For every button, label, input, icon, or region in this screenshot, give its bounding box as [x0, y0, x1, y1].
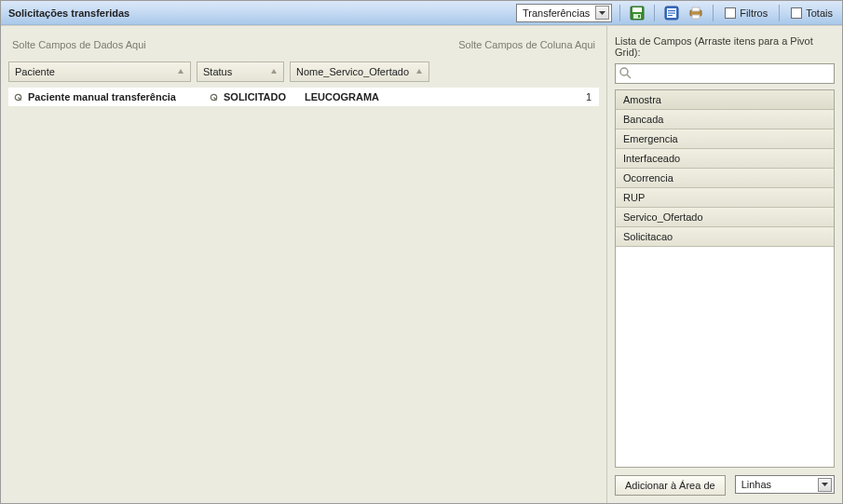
- column-drop-area[interactable]: Solte Campos de Coluna Aqui: [455, 34, 599, 58]
- field-search-wrap: [615, 63, 835, 84]
- svg-rect-11: [692, 15, 700, 19]
- toolbar-separator: [619, 5, 620, 21]
- view-dropdown[interactable]: Transferências: [516, 4, 612, 22]
- sort-asc-icon: [270, 68, 278, 75]
- field-item-bancada[interactable]: Bancada: [616, 110, 834, 129]
- expand-icon[interactable]: [210, 93, 218, 102]
- svg-line-18: [627, 75, 631, 78]
- filtros-label: Filtros: [740, 7, 768, 19]
- field-item-solicitacao[interactable]: Solicitacao: [616, 227, 834, 247]
- field-list-panel: Lista de Campos (Arraste itens para a Pi…: [607, 26, 842, 503]
- field-chip-label: Nome_Servico_Ofertado: [296, 66, 409, 77]
- cell-count: 1: [580, 88, 599, 106]
- save-icon[interactable]: [628, 4, 646, 22]
- toolbar-separator: [779, 5, 780, 21]
- pivot-data-row[interactable]: Paciente manual transferência SOLICITADO…: [8, 88, 599, 106]
- svg-rect-3: [638, 15, 640, 18]
- svg-rect-1: [632, 7, 642, 12]
- field-item-servico-ofertado[interactable]: Servico_Ofertado: [616, 208, 834, 227]
- filtros-toggle[interactable]: Filtros: [721, 7, 771, 19]
- chevron-down-icon: [818, 478, 832, 492]
- svg-rect-8: [668, 15, 673, 16]
- sort-asc-icon: [177, 68, 184, 75]
- toolbar-separator: [713, 5, 714, 21]
- totais-toggle[interactable]: Totais: [787, 7, 836, 19]
- field-item-interfaceado[interactable]: Interfaceado: [616, 149, 834, 169]
- cell-status-value: SOLICITADO: [224, 91, 286, 102]
- field-item-amostra[interactable]: Amostra: [616, 90, 834, 110]
- field-chip-paciente[interactable]: Paciente: [8, 61, 191, 82]
- checkbox-icon: [791, 7, 802, 19]
- cell-status: SOLICITADO: [204, 88, 297, 106]
- print-icon[interactable]: [687, 4, 705, 22]
- pivot-area: Solte Campos de Dados Aqui Solte Campos …: [1, 26, 607, 503]
- add-to-area-button[interactable]: Adicionar à Área de: [615, 475, 726, 496]
- toolbar-separator: [654, 5, 655, 21]
- chevron-down-icon: [595, 6, 609, 20]
- field-chip-label: Paciente: [15, 66, 55, 77]
- app-window: Solicitações transferidas Transferências: [0, 0, 843, 504]
- field-chip-label: Status: [203, 66, 232, 77]
- field-chip-servico[interactable]: Nome_Servico_Ofertado: [290, 61, 429, 82]
- search-icon: [619, 66, 632, 79]
- cell-paciente: Paciente manual transferência: [8, 88, 202, 106]
- field-item-ocorrencia[interactable]: Ocorrencia: [616, 169, 834, 188]
- field-item-emergencia[interactable]: Emergencia: [616, 129, 834, 149]
- area-select[interactable]: Linhas: [735, 475, 835, 494]
- cell-paciente-value: Paciente manual transferência: [28, 91, 176, 102]
- field-chip-status[interactable]: Status: [197, 61, 284, 82]
- field-search-input[interactable]: [615, 63, 835, 84]
- sort-asc-icon: [415, 68, 423, 75]
- svg-point-17: [620, 68, 628, 75]
- svg-rect-10: [692, 7, 700, 11]
- titlebar: Solicitações transferidas Transferências: [1, 1, 842, 25]
- view-dropdown-value: Transferências: [523, 7, 590, 19]
- field-item-rup[interactable]: RUP: [616, 188, 834, 208]
- svg-point-12: [699, 11, 700, 13]
- totais-label: Totais: [806, 7, 833, 19]
- window-title: Solicitações transferidas: [7, 7, 129, 19]
- report-icon[interactable]: [662, 4, 681, 22]
- row-fields-bar: Paciente Status Nome_Servico_Ofertado: [8, 61, 599, 82]
- body: Solte Campos de Dados Aqui Solte Campos …: [1, 25, 842, 503]
- data-drop-area[interactable]: Solte Campos de Dados Aqui: [8, 34, 150, 58]
- pivot-empty-area: [8, 106, 599, 496]
- checkbox-icon: [725, 7, 736, 19]
- svg-rect-7: [668, 12, 675, 13]
- area-select-value: Linhas: [741, 479, 771, 490]
- field-list: Amostra Bancada Emergencia Interfaceado …: [615, 89, 835, 468]
- svg-rect-6: [668, 10, 675, 11]
- field-list-footer: Adicionar à Área de Linhas: [615, 468, 835, 496]
- expand-icon[interactable]: [14, 93, 22, 102]
- drop-hints-row: Solte Campos de Dados Aqui Solte Campos …: [8, 34, 599, 58]
- add-to-area-label: Adicionar à Área de: [625, 480, 715, 491]
- field-list-header: Lista de Campos (Arraste itens para a Pi…: [615, 32, 835, 63]
- cell-servico: LEUCOGRAMA: [299, 88, 439, 106]
- cell-servico-value: LEUCOGRAMA: [305, 91, 379, 102]
- field-list-empty: [616, 247, 834, 467]
